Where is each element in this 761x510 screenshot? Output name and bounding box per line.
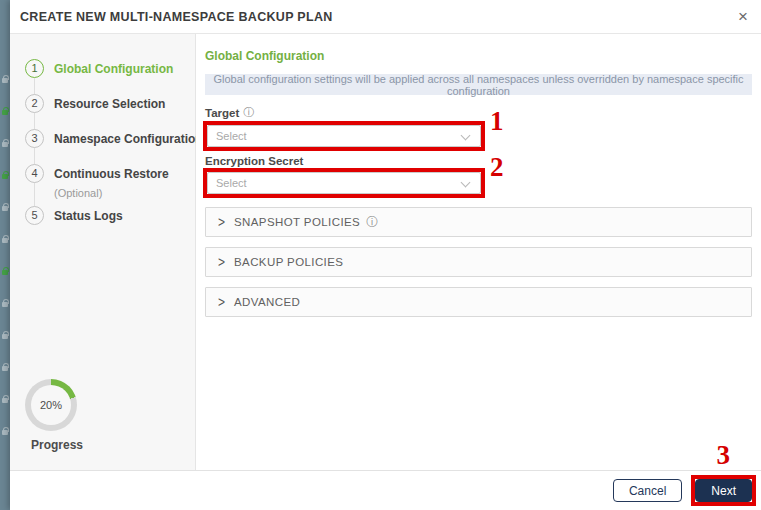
modal-title: CREATE NEW MULTI-NAMESPACE BACKUP PLAN	[20, 10, 333, 24]
accordion-label: SNAPSHOT POLICIES	[234, 216, 360, 228]
lock-icon	[2, 174, 8, 179]
step-sidebar: 1 Global Configuration 2 Resource Select…	[10, 34, 196, 470]
annotation-box-2: Select	[203, 168, 485, 198]
info-icon: ⓘ	[243, 105, 254, 120]
accordion-label: BACKUP POLICIES	[234, 256, 343, 268]
step-label: Continuous Restore	[54, 167, 169, 181]
encryption-secret-field-label: Encryption Secret	[205, 155, 752, 167]
lock-icon	[2, 110, 8, 115]
lock-icon	[2, 398, 8, 403]
encryption-secret-label-text: Encryption Secret	[205, 155, 303, 167]
annotation-number-3: 3	[717, 440, 731, 471]
step-item-resource-selection[interactable]: 2 Resource Selection	[25, 94, 165, 113]
step-item-status-logs[interactable]: 5 Status Logs	[25, 206, 123, 225]
next-button[interactable]: Next	[695, 479, 752, 502]
chevron-right-icon: >	[218, 294, 225, 310]
panel-heading: Global Configuration	[205, 49, 752, 63]
target-select-placeholder: Select	[216, 130, 247, 142]
create-backup-plan-modal: CREATE NEW MULTI-NAMESPACE BACKUP PLAN ×…	[10, 0, 761, 510]
step-number-badge: 1	[25, 59, 44, 78]
modal-footer: Cancel Next	[10, 470, 761, 510]
chevron-down-icon	[461, 131, 471, 141]
lock-icon	[2, 78, 8, 83]
step-label: Global Configuration	[54, 62, 173, 76]
target-field-label: Target ⓘ	[205, 105, 752, 120]
lock-icon	[2, 206, 8, 211]
cancel-button[interactable]: Cancel	[613, 479, 682, 502]
step-optional-sublabel: (Optional)	[54, 187, 102, 199]
annotation-box-3: Next	[691, 475, 756, 506]
accordion-label: ADVANCED	[234, 296, 300, 308]
lock-icon	[2, 334, 8, 339]
lock-icon	[2, 270, 8, 275]
step-label: Status Logs	[54, 209, 123, 223]
encryption-secret-select[interactable]: Select	[207, 172, 481, 194]
info-banner: Global configuration settings will be ap…	[205, 74, 752, 95]
encryption-secret-select-placeholder: Select	[216, 177, 247, 189]
progress-label: Progress	[31, 438, 83, 452]
lock-icon	[2, 238, 8, 243]
progress-ring: 20%	[25, 379, 77, 431]
chevron-right-icon: >	[218, 254, 225, 270]
step-label: Namespace Configuration	[54, 132, 203, 146]
annotation-box-1: Select	[203, 121, 485, 151]
annotation-number-2: 2	[490, 152, 504, 183]
step-number-badge: 3	[25, 129, 44, 148]
lock-icon	[2, 142, 8, 147]
target-select[interactable]: Select	[207, 125, 481, 147]
info-icon: ⓘ	[366, 214, 378, 231]
lock-icon	[2, 430, 8, 435]
chevron-down-icon	[461, 178, 471, 188]
target-label-text: Target	[205, 107, 239, 119]
accordion-group: > SNAPSHOT POLICIES ⓘ > BACKUP POLICIES …	[205, 207, 752, 317]
accordion-advanced[interactable]: > ADVANCED	[205, 287, 752, 317]
step-item-continuous-restore[interactable]: 4 Continuous Restore	[25, 164, 169, 183]
step-number-badge: 2	[25, 94, 44, 113]
step-number-badge: 4	[25, 164, 44, 183]
global-configuration-panel: Global Configuration Global configuratio…	[196, 34, 761, 470]
modal-header: CREATE NEW MULTI-NAMESPACE BACKUP PLAN ×	[10, 0, 761, 34]
close-icon[interactable]: ×	[738, 8, 748, 25]
step-item-namespace-configuration[interactable]: 3 Namespace Configuration	[25, 129, 203, 148]
annotation-number-1: 1	[490, 106, 504, 137]
background-page-strip	[0, 0, 10, 510]
accordion-snapshot-policies[interactable]: > SNAPSHOT POLICIES ⓘ	[205, 207, 752, 237]
step-item-global-configuration[interactable]: 1 Global Configuration	[25, 59, 173, 78]
lock-icon	[2, 366, 8, 371]
chevron-right-icon: >	[218, 214, 225, 230]
progress-percent: 20%	[31, 385, 71, 425]
step-label: Resource Selection	[54, 97, 165, 111]
accordion-backup-policies[interactable]: > BACKUP POLICIES	[205, 247, 752, 277]
lock-icon	[2, 302, 8, 307]
step-number-badge: 5	[25, 206, 44, 225]
